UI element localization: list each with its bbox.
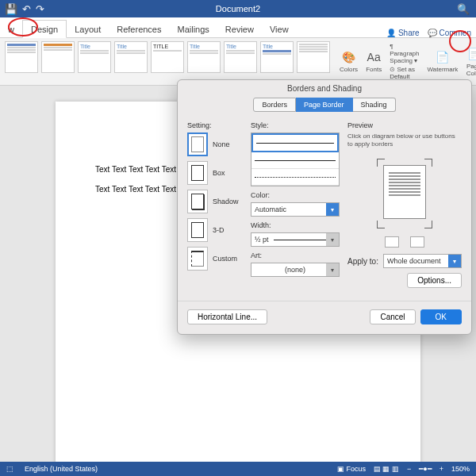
- search-icon[interactable]: 🔍: [457, 3, 470, 15]
- horizontal-line-button[interactable]: Horizontal Line...: [187, 309, 267, 324]
- setting-custom[interactable]: Custom: [187, 247, 243, 271]
- theme-thumb[interactable]: Title: [187, 41, 221, 73]
- undo-icon[interactable]: ↶: [22, 3, 31, 15]
- save-icon[interactable]: 💾: [5, 3, 17, 15]
- focus-mode[interactable]: ▣ Focus: [337, 465, 366, 473]
- edge-right-button[interactable]: [410, 236, 424, 248]
- color-select[interactable]: Automatic▾: [251, 202, 340, 217]
- fonts-icon: Aa: [366, 49, 382, 65]
- share-button[interactable]: 👤 Share: [386, 29, 419, 37]
- width-label: Width:: [251, 221, 340, 229]
- tab-layout[interactable]: Layout: [67, 21, 109, 37]
- tab-references[interactable]: References: [109, 21, 169, 37]
- theme-thumb[interactable]: TITLE: [151, 41, 184, 73]
- comment-button[interactable]: 💬 Commen: [428, 29, 471, 37]
- chevron-down-icon: ▾: [326, 233, 339, 246]
- apply-to-label: Apply to:: [347, 257, 378, 266]
- setting-box[interactable]: Box: [187, 161, 243, 185]
- art-label: Art:: [251, 251, 340, 259]
- tab-borders[interactable]: Borders: [253, 98, 296, 112]
- apply-to-select[interactable]: Whole document▾: [383, 254, 462, 268]
- setting-label: Setting:: [187, 121, 243, 129]
- preview-label: Preview: [347, 121, 462, 129]
- tab-review[interactable]: Review: [217, 21, 262, 37]
- theme-thumb[interactable]: Title: [78, 41, 111, 73]
- theme-thumb[interactable]: Title: [114, 41, 148, 73]
- tab-page-border[interactable]: Page Border: [296, 98, 353, 112]
- ribbon-tabs: w Design Layout References Mailings Revi…: [0, 17, 476, 38]
- paragraph-spacing-button[interactable]: ¶ Paragraph Spacing ▾: [390, 43, 419, 64]
- setting-none[interactable]: None: [187, 132, 243, 156]
- zoom-level[interactable]: 150%: [451, 465, 470, 473]
- cancel-button[interactable]: Cancel: [370, 309, 415, 324]
- tab-w[interactable]: w: [0, 21, 22, 37]
- theme-thumb[interactable]: [297, 41, 330, 73]
- chevron-down-icon: ▾: [448, 255, 461, 267]
- width-select[interactable]: ½ pt▾: [251, 232, 340, 247]
- style-list[interactable]: [251, 132, 340, 186]
- chevron-down-icon: ▾: [326, 203, 339, 216]
- theme-thumb[interactable]: Title: [260, 41, 294, 73]
- view-buttons[interactable]: ▤ ▦ ▥: [374, 465, 399, 473]
- zoom-slider[interactable]: ━●━: [419, 465, 431, 473]
- tab-design[interactable]: Design: [22, 20, 67, 38]
- style-label: Style:: [251, 121, 340, 129]
- theme-thumb[interactable]: [5, 41, 38, 73]
- page-color-button[interactable]: 📄 Page Color: [466, 46, 476, 78]
- page-color-icon: 📄: [466, 46, 476, 62]
- ribbon: Title Title TITLE Title Title Title 🎨 Co…: [0, 38, 476, 86]
- dialog-title: Borders and Shading: [178, 80, 471, 98]
- language-status[interactable]: English (United States): [25, 465, 98, 473]
- colors-button[interactable]: 🎨 Colors: [340, 49, 358, 74]
- tab-view[interactable]: View: [262, 21, 297, 37]
- fonts-button[interactable]: Aa Fonts: [366, 49, 382, 74]
- art-select[interactable]: (none)▾: [251, 263, 340, 277]
- watermark-icon: 📄: [435, 49, 451, 65]
- title-bar: 💾 ↶ ↷ Document2 🔍: [0, 0, 476, 17]
- chevron-down-icon: ▾: [326, 263, 339, 276]
- theme-thumb[interactable]: Title: [224, 41, 257, 73]
- quick-access-toolbar: 💾 ↶ ↷: [5, 3, 44, 15]
- setting-shadow[interactable]: Shadow: [187, 190, 243, 213]
- borders-shading-dialog: Borders and Shading Borders Page Border …: [177, 79, 472, 335]
- lang-icon[interactable]: ⬚: [6, 465, 13, 473]
- preview-diagram[interactable]: [369, 154, 440, 233]
- zoom-out[interactable]: −: [407, 465, 411, 473]
- tab-mailings[interactable]: Mailings: [170, 21, 217, 37]
- status-bar: ⬚ English (United States) ▣ Focus ▤ ▦ ▥ …: [0, 462, 476, 476]
- theme-thumb[interactable]: [41, 41, 75, 73]
- document-title: Document2: [216, 4, 260, 13]
- preview-hint: Click on diagram below or use buttons to…: [347, 132, 462, 148]
- theme-gallery[interactable]: Title Title TITLE Title Title Title: [0, 38, 335, 85]
- set-default-button[interactable]: ⊙ Set as Default: [390, 66, 419, 80]
- ok-button[interactable]: OK: [420, 309, 462, 324]
- colors-icon: 🎨: [341, 49, 357, 65]
- redo-icon[interactable]: ↷: [36, 3, 44, 15]
- tab-shading[interactable]: Shading: [353, 98, 396, 112]
- zoom-in[interactable]: +: [440, 465, 443, 473]
- watermark-button[interactable]: 📄 Watermark: [428, 49, 459, 74]
- color-label: Color:: [251, 191, 340, 199]
- dialog-tabs: Borders Page Border Shading: [178, 98, 471, 112]
- setting-3d[interactable]: 3-D: [187, 218, 243, 242]
- edge-left-button[interactable]: [385, 236, 399, 248]
- options-button[interactable]: Options...: [407, 273, 462, 288]
